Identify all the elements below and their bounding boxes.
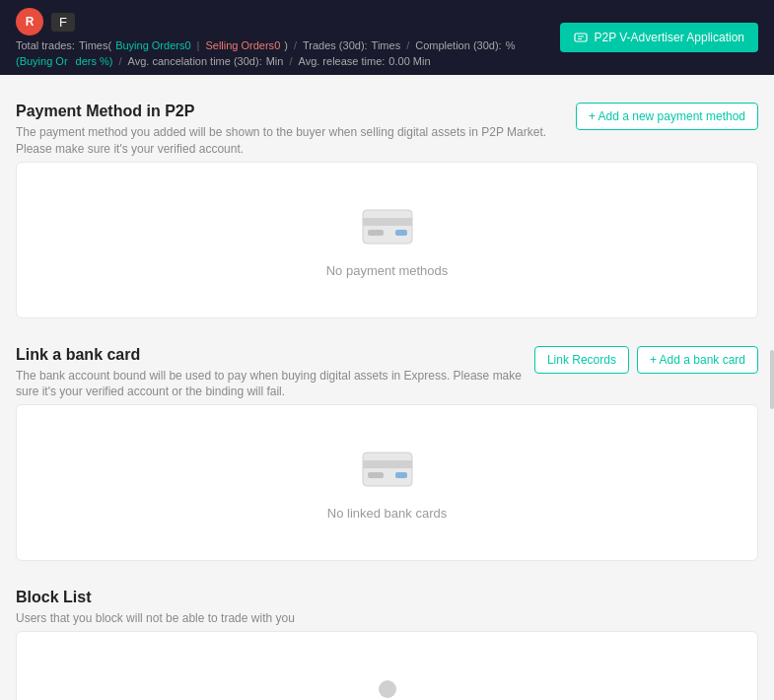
svg-rect-0 xyxy=(575,34,587,41)
advertiser-btn[interactable]: P2P V-Advertiser Application xyxy=(560,23,758,52)
svg-point-9 xyxy=(379,680,396,698)
block-list-desc: Users that you block will not be able to… xyxy=(16,610,295,627)
bank-card-section: Link a bank card The bank account bound … xyxy=(16,334,758,562)
svg-rect-8 xyxy=(395,472,407,478)
payment-method-desc: The payment method you added will be sho… xyxy=(16,124,576,158)
block-list-header: Block List Users that you block will not… xyxy=(16,577,758,631)
add-bank-card-btn[interactable]: + Add a bank card xyxy=(637,346,758,374)
bank-card-title: Link a bank card xyxy=(16,346,534,364)
top-bar: R F Total trades: Times( Buying Orders0 … xyxy=(0,0,774,75)
bank-card-info: Link a bank card The bank account bound … xyxy=(16,346,534,401)
payment-method-actions: + Add a new payment method xyxy=(576,103,758,130)
user-row: R F xyxy=(16,8,560,35)
bank-card-actions: Link Records + Add a bank card xyxy=(534,346,758,374)
payment-method-title: Payment Method in P2P xyxy=(16,103,576,120)
block-list-section: Block List Users that you block will not… xyxy=(16,577,758,700)
times-label: Times( xyxy=(79,39,111,51)
block-list-info: Block List Users that you block will not… xyxy=(16,589,295,627)
stats-row: Total trades: Times( Buying Orders0 | Se… xyxy=(16,39,560,67)
main-content: Payment Method in P2P The payment method… xyxy=(0,75,774,700)
bank-card-empty-text: No linked bank cards xyxy=(327,506,447,521)
payment-method-info: Payment Method in P2P The payment method… xyxy=(16,103,576,158)
payment-method-section: Payment Method in P2P The payment method… xyxy=(16,91,758,318)
buying-orders-value: Buying Orders0 xyxy=(115,39,190,51)
payment-method-header: Payment Method in P2P The payment method… xyxy=(16,91,758,162)
bank-card-desc: The bank account bound will be used to p… xyxy=(16,368,534,401)
add-payment-method-btn[interactable]: + Add a new payment method xyxy=(576,103,758,130)
svg-rect-2 xyxy=(363,218,412,226)
svg-rect-3 xyxy=(368,230,384,236)
advertiser-icon xyxy=(574,31,588,44)
block-list-icon xyxy=(358,671,417,700)
selling-orders-value: Selling Orders0 xyxy=(205,39,280,51)
block-list-empty-card: No blocked users xyxy=(16,631,758,700)
svg-rect-4 xyxy=(395,230,407,236)
svg-rect-1 xyxy=(363,210,412,244)
payment-method-icon xyxy=(358,202,417,251)
bank-card-empty-card: No linked bank cards xyxy=(16,404,758,561)
block-list-title: Block List xyxy=(16,589,295,606)
top-bar-left: R F Total trades: Times( Buying Orders0 … xyxy=(16,8,560,67)
bank-card-icon xyxy=(358,445,417,494)
payment-method-empty-card: No payment methods xyxy=(16,162,758,318)
svg-rect-7 xyxy=(368,472,384,478)
avatar: R xyxy=(16,8,43,35)
payment-method-empty-text: No payment methods xyxy=(326,263,449,278)
total-trades-label: Total trades: xyxy=(16,39,75,51)
username-label: F xyxy=(51,13,75,32)
scrollbar[interactable] xyxy=(770,350,774,409)
bank-card-header: Link a bank card The bank account bound … xyxy=(16,334,758,405)
svg-rect-5 xyxy=(363,453,412,486)
svg-rect-6 xyxy=(363,460,412,468)
link-records-btn[interactable]: Link Records xyxy=(534,346,629,374)
